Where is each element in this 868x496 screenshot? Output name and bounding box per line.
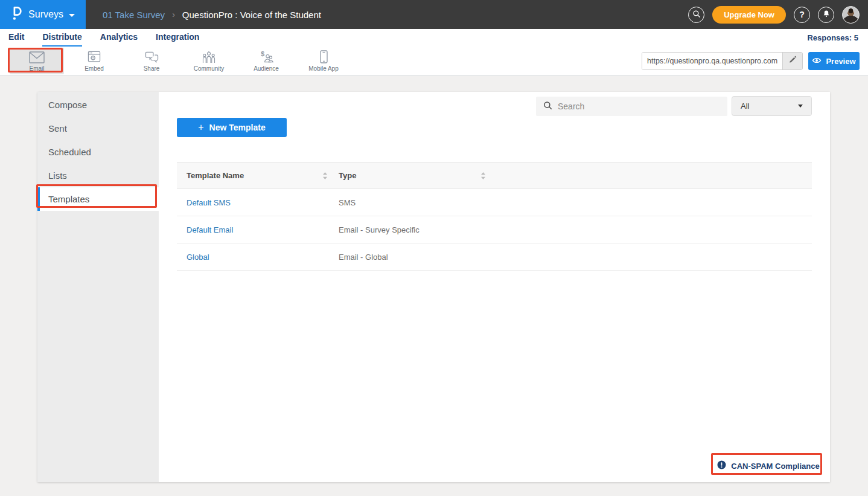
tab-distribute[interactable]: Distribute <box>42 29 81 47</box>
email-sidebar: Compose Sent Scheduled Lists Templates <box>37 92 159 482</box>
channel-label: Share <box>144 65 160 72</box>
nav-tabs: Edit Distribute Analytics Integration <box>0 29 868 47</box>
breadcrumb-survey-title: QuestionPro : Voice of the Student <box>182 10 321 20</box>
channel-embed[interactable]: Embed <box>67 48 121 74</box>
svg-text:$: $ <box>261 51 264 57</box>
template-name-link[interactable]: Global <box>177 253 329 262</box>
channel-email[interactable]: Email <box>10 48 64 74</box>
community-icon <box>202 50 216 63</box>
preview-label: Preview <box>826 57 855 66</box>
template-name-link[interactable]: Default SMS <box>177 198 329 207</box>
new-template-label: New Template <box>209 123 266 132</box>
template-type: Email - Survey Specific <box>329 225 420 234</box>
plus-icon: + <box>198 122 203 133</box>
sidebar-item-lists[interactable]: Lists <box>37 164 159 187</box>
eye-icon <box>812 57 822 66</box>
distribute-toolbar: Email Embed <box>0 47 868 76</box>
chevron-down-icon <box>69 14 75 17</box>
breadcrumb: 01 Take Survey › QuestionPro : Voice of … <box>103 10 321 20</box>
breadcrumb-separator: › <box>172 10 175 19</box>
chevron-down-icon <box>798 105 803 108</box>
email-panel: Compose Sent Scheduled Lists Templates A… <box>37 92 830 482</box>
channel-share[interactable]: Share <box>124 48 179 74</box>
top-header: Surveys 01 Take Survey › QuestionPro : V… <box>0 0 868 29</box>
template-name-link[interactable]: Default Email <box>177 225 329 234</box>
channel-label: Mobile App <box>308 65 338 72</box>
sidebar-item-compose[interactable]: Compose <box>37 93 159 117</box>
can-spam-compliance-link[interactable]: CAN-SPAM Compliance <box>713 455 824 477</box>
edit-url-button[interactable] <box>782 53 802 69</box>
sidebar-item-scheduled[interactable]: Scheduled <box>37 140 159 164</box>
can-spam-label: CAN-SPAM Compliance <box>731 462 819 471</box>
responses-count[interactable]: Responses: 5 <box>807 29 858 47</box>
column-header-template-name[interactable]: Template Name <box>177 171 329 180</box>
mobile-app-icon <box>320 50 328 63</box>
upgrade-now-button[interactable]: Upgrade Now <box>712 6 786 24</box>
questionpro-logo-icon <box>11 6 23 23</box>
email-icon <box>29 50 45 63</box>
channel-mobile-app[interactable]: Mobile App <box>296 48 351 74</box>
audience-icon: $ <box>259 50 273 63</box>
sort-icon[interactable] <box>322 172 328 180</box>
table-header-row: Template Name Type <box>177 162 812 189</box>
product-name: Surveys <box>28 9 63 20</box>
template-type-filter[interactable]: All <box>732 96 812 116</box>
templates-table: Template Name Type <box>177 162 812 271</box>
template-search-box <box>536 97 727 116</box>
channel-audience[interactable]: $ Audience <box>239 48 293 74</box>
search-button[interactable] <box>688 7 704 23</box>
channel-label: Audience <box>254 65 279 72</box>
search-icon <box>692 10 701 20</box>
info-icon <box>717 460 726 472</box>
page-background: Compose Sent Scheduled Lists Templates A… <box>0 76 868 496</box>
template-type: SMS <box>329 198 356 207</box>
preview-button[interactable]: Preview <box>808 52 860 70</box>
sort-icon[interactable] <box>480 172 486 180</box>
search-icon <box>543 101 552 112</box>
user-avatar[interactable] <box>842 6 860 24</box>
section-nav: Edit Distribute Analytics Integration Re… <box>0 29 868 47</box>
channel-label: Embed <box>85 65 104 72</box>
column-header-type[interactable]: Type <box>329 171 487 180</box>
table-row: Global Email - Global <box>177 243 812 271</box>
help-button[interactable]: ? <box>794 7 810 23</box>
tab-edit[interactable]: Edit <box>8 29 24 47</box>
pencil-icon <box>788 56 797 66</box>
header-actions: Upgrade Now ? <box>688 6 868 24</box>
sidebar-item-sent[interactable]: Sent <box>37 117 159 140</box>
survey-url-input[interactable] <box>642 53 782 69</box>
new-template-button[interactable]: + New Template <box>177 118 287 137</box>
notifications-button[interactable] <box>818 7 834 23</box>
survey-url-group <box>642 52 803 70</box>
breadcrumb-survey-link[interactable]: 01 Take Survey <box>103 10 165 20</box>
channel-label: Community <box>194 65 225 72</box>
channel-community[interactable]: Community <box>182 48 236 74</box>
templates-content: All + New Template Template Name <box>159 92 830 482</box>
table-row: Default Email Email - Survey Specific <box>177 216 812 243</box>
tab-integration[interactable]: Integration <box>156 29 199 47</box>
question-mark-icon: ? <box>799 10 805 19</box>
product-switcher[interactable]: Surveys <box>0 0 86 29</box>
channel-label: Email <box>29 65 44 72</box>
table-row: Default SMS SMS <box>177 189 812 216</box>
sidebar-item-templates[interactable]: Templates <box>37 187 159 211</box>
template-type: Email - Global <box>329 253 388 262</box>
bell-icon <box>822 9 831 20</box>
embed-icon <box>88 50 101 63</box>
share-icon <box>145 50 159 63</box>
template-search-input[interactable] <box>558 101 720 111</box>
filter-selected-value: All <box>741 101 749 111</box>
tab-analytics[interactable]: Analytics <box>100 29 138 47</box>
